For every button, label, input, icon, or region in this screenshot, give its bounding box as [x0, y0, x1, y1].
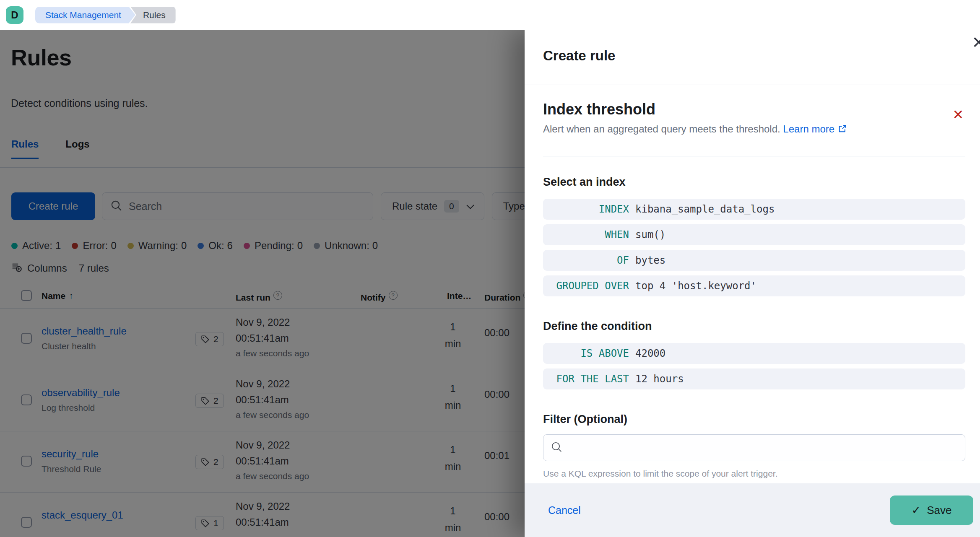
avatar-initial: D	[11, 9, 18, 21]
search-icon	[551, 441, 562, 454]
select-index-heading: Select an index	[543, 176, 965, 189]
expression-grouped-over[interactable]: GROUPED OVERtop 4 'host.keyword'	[543, 275, 965, 296]
filter-help-text: Use a KQL expression to limit the scope …	[543, 467, 965, 480]
space-avatar[interactable]: D	[6, 6, 23, 24]
index-expression-list: INDEXkibana_sample_data_logs WHENsum() O…	[543, 199, 965, 296]
rule-type-title: Index threshold	[543, 101, 965, 118]
expression-index[interactable]: INDEXkibana_sample_data_logs	[543, 199, 965, 220]
cancel-button[interactable]: Cancel	[548, 504, 581, 516]
top-header: D Stack Management Rules	[0, 0, 980, 30]
expression-time-window[interactable]: FOR THE LAST12 hours	[543, 368, 965, 389]
flyout-footer: Cancel ✓ Save	[525, 483, 980, 537]
expression-threshold[interactable]: IS ABOVE42000	[543, 343, 965, 364]
flyout-title: Create rule	[543, 48, 980, 64]
flyout-body: Index threshold × Alert when an aggregat…	[525, 86, 980, 483]
create-rule-flyout: × Create rule Index threshold × Alert wh…	[525, 30, 980, 537]
breadcrumb-stack-management[interactable]: Stack Management	[35, 7, 135, 23]
breadcrumb: Stack Management Rules	[35, 7, 176, 23]
rule-type-description: Alert when an aggregated query meets the…	[543, 123, 965, 136]
remove-rule-type-button[interactable]: ×	[953, 106, 963, 123]
filter-heading: Filter (Optional)	[543, 413, 965, 426]
flyout-header: Create rule	[525, 30, 980, 85]
check-icon: ✓	[912, 503, 921, 517]
kibana-rules-page: D Stack Management Rules Rules Detect co…	[0, 0, 980, 537]
define-condition-heading: Define the condition	[543, 320, 965, 333]
flyout-close-button[interactable]: ×	[972, 31, 980, 53]
breadcrumb-rules: Rules	[130, 7, 176, 23]
learn-more-link[interactable]: Learn more	[783, 123, 847, 135]
section-divider	[543, 156, 965, 156]
condition-expression-list: IS ABOVE42000 FOR THE LAST12 hours	[543, 343, 965, 389]
external-link-icon	[838, 124, 847, 135]
save-button[interactable]: ✓ Save	[890, 495, 973, 525]
expression-of[interactable]: OFbytes	[543, 250, 965, 271]
kql-filter-input[interactable]	[543, 434, 965, 461]
expression-when[interactable]: WHENsum()	[543, 224, 965, 245]
